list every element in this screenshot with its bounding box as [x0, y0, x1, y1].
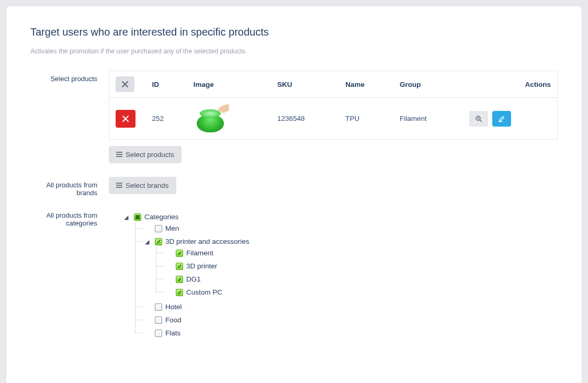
col-name: Name [339, 71, 393, 98]
products-table: ID Image SKU Name Group Actions [109, 71, 558, 140]
tree-checkbox[interactable] [155, 303, 162, 311]
product-image [194, 104, 230, 133]
remove-row-button[interactable] [116, 110, 135, 128]
tree-checkbox[interactable] [155, 330, 162, 337]
clear-all-button[interactable] [116, 76, 134, 92]
list-icon [116, 151, 122, 159]
label-brands: All products from brands [30, 177, 109, 197]
tree-node-label[interactable]: Filament [186, 249, 213, 258]
col-image: Image [187, 71, 271, 98]
tree-node-label[interactable]: Custom PC [186, 288, 222, 297]
tree-toggle[interactable]: ◢ [123, 215, 129, 220]
select-brands-button[interactable]: Select brands [109, 177, 176, 194]
select-products-button-label: Select products [126, 151, 174, 159]
tree-node-label[interactable]: Flats [165, 329, 180, 338]
tree-toggle[interactable]: ◢ [144, 239, 150, 244]
tree-node-label[interactable]: Men [165, 224, 179, 233]
row-brands: All products from brands Select brands [30, 177, 558, 197]
select-products-button[interactable]: Select products [109, 146, 182, 163]
table-row: 252 1236548 TPU Filament [109, 98, 558, 140]
category-tree: ◢ Categories · Men [109, 210, 558, 341]
list-icon [116, 182, 122, 189]
edit-icon [498, 115, 505, 122]
edit-button[interactable] [492, 111, 511, 127]
select-brands-button-label: Select brands [126, 182, 169, 189]
tree-node-label[interactable]: Food [165, 316, 182, 325]
tree-node-label[interactable]: Hotel [165, 302, 182, 312]
page-heading: Target users who are interested in speci… [30, 26, 558, 38]
row-categories: All products from categories ◢ Categorie… [30, 210, 558, 341]
cell-name: TPU [339, 98, 393, 140]
tree-checkbox[interactable] [176, 250, 183, 257]
tree-node-label[interactable]: 3D printer [186, 262, 217, 271]
cell-id: 252 [146, 98, 187, 140]
label-select-products: Select products [30, 71, 109, 83]
tree-node-label[interactable]: 3D printer and accessories [165, 237, 250, 246]
settings-card: Target users who are interested in speci… [6, 6, 582, 383]
tree-node-label[interactable]: Categories [144, 212, 178, 222]
tree-checkbox[interactable] [176, 276, 183, 283]
tree-checkbox[interactable] [155, 317, 162, 324]
row-select-products: Select products ID Image SKU Name G [30, 71, 558, 163]
col-id: ID [146, 71, 187, 98]
col-sku: SKU [271, 71, 339, 98]
label-categories: All products from categories [30, 210, 109, 227]
col-group: Group [393, 71, 461, 98]
close-icon [121, 81, 129, 88]
tree-checkbox[interactable] [176, 289, 183, 296]
tree-node-label[interactable]: DG1 [186, 275, 201, 284]
zoom-in-icon [475, 115, 482, 122]
cell-group: Filament [393, 98, 461, 140]
close-icon [122, 115, 129, 122]
zoom-button[interactable] [469, 111, 488, 127]
cell-image [187, 98, 271, 140]
tree-checkbox[interactable] [155, 225, 162, 232]
cell-sku: 1236548 [271, 98, 339, 140]
tree-checkbox[interactable] [155, 238, 162, 245]
col-actions: Actions [461, 71, 558, 98]
tree-checkbox[interactable] [176, 263, 183, 270]
tree-checkbox[interactable] [134, 213, 141, 221]
page-subtitle: Activates the promotion if the user purc… [30, 48, 558, 55]
svg-line-1 [480, 120, 481, 121]
